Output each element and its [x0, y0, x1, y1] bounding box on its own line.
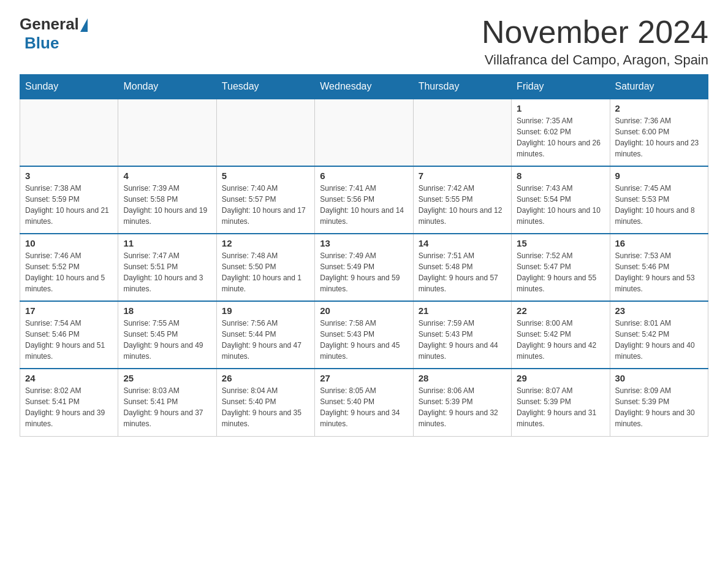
day-number: 23: [615, 305, 703, 316]
header-tuesday: Tuesday: [216, 75, 314, 99]
calendar-cell: [315, 99, 413, 166]
day-number: 16: [615, 238, 703, 248]
calendar-cell: 14Sunrise: 7:51 AM Sunset: 5:48 PM Dayli…: [413, 234, 511, 301]
calendar-cell: 17Sunrise: 7:54 AM Sunset: 5:46 PM Dayli…: [20, 301, 118, 369]
calendar-cell: 11Sunrise: 7:47 AM Sunset: 5:51 PM Dayli…: [118, 234, 216, 301]
day-number: 21: [419, 305, 506, 316]
day-number: 2: [615, 103, 703, 113]
subtitle: Villafranca del Campo, Aragon, Spain: [482, 52, 708, 68]
day-info: Sunrise: 7:58 AM Sunset: 5:43 PM Dayligh…: [320, 318, 408, 362]
day-info: Sunrise: 7:40 AM Sunset: 5:57 PM Dayligh…: [222, 183, 309, 227]
calendar-cell: 15Sunrise: 7:52 AM Sunset: 5:47 PM Dayli…: [512, 234, 610, 301]
day-info: Sunrise: 7:59 AM Sunset: 5:43 PM Dayligh…: [419, 318, 506, 362]
calendar-cell: 27Sunrise: 8:05 AM Sunset: 5:40 PM Dayli…: [315, 369, 413, 436]
day-info: Sunrise: 7:38 AM Sunset: 5:59 PM Dayligh…: [25, 183, 113, 227]
page-header: General Blue November 2024 Villafranca d…: [20, 15, 708, 68]
logo-general-text: General: [20, 15, 79, 34]
calendar-cell: 19Sunrise: 7:56 AM Sunset: 5:44 PM Dayli…: [216, 301, 314, 369]
calendar-cell: 24Sunrise: 8:02 AM Sunset: 5:41 PM Dayli…: [20, 369, 118, 436]
calendar-table: SundayMondayTuesdayWednesdayThursdayFrid…: [20, 74, 708, 437]
day-number: 30: [615, 373, 703, 383]
calendar-cell: 23Sunrise: 8:01 AM Sunset: 5:42 PM Dayli…: [610, 301, 708, 369]
calendar-cell: 22Sunrise: 8:00 AM Sunset: 5:42 PM Dayli…: [512, 301, 610, 369]
day-number: 5: [222, 170, 309, 181]
logo-triangle-icon: [80, 18, 88, 32]
day-number: 4: [123, 170, 211, 181]
main-title: November 2024: [482, 15, 708, 50]
calendar-week-row: 3Sunrise: 7:38 AM Sunset: 5:59 PM Daylig…: [20, 166, 708, 234]
calendar-cell: 13Sunrise: 7:49 AM Sunset: 5:49 PM Dayli…: [315, 234, 413, 301]
day-info: Sunrise: 8:09 AM Sunset: 5:39 PM Dayligh…: [615, 385, 703, 429]
calendar-cell: 26Sunrise: 8:04 AM Sunset: 5:40 PM Dayli…: [216, 369, 314, 436]
day-info: Sunrise: 7:43 AM Sunset: 5:54 PM Dayligh…: [517, 183, 604, 227]
day-info: Sunrise: 7:36 AM Sunset: 6:00 PM Dayligh…: [615, 115, 703, 159]
day-info: Sunrise: 7:42 AM Sunset: 5:55 PM Dayligh…: [419, 183, 506, 227]
calendar-cell: 5Sunrise: 7:40 AM Sunset: 5:57 PM Daylig…: [216, 166, 314, 234]
header-monday: Monday: [118, 75, 216, 99]
logo: General Blue: [20, 15, 88, 53]
calendar-cell: 12Sunrise: 7:48 AM Sunset: 5:50 PM Dayli…: [216, 234, 314, 301]
day-number: 25: [123, 373, 211, 383]
day-number: 27: [320, 373, 408, 383]
calendar-cell: 9Sunrise: 7:45 AM Sunset: 5:53 PM Daylig…: [610, 166, 708, 234]
day-info: Sunrise: 8:02 AM Sunset: 5:41 PM Dayligh…: [25, 385, 113, 429]
calendar-cell: 21Sunrise: 7:59 AM Sunset: 5:43 PM Dayli…: [413, 301, 511, 369]
day-info: Sunrise: 7:56 AM Sunset: 5:44 PM Dayligh…: [222, 318, 309, 362]
day-number: 12: [222, 238, 309, 248]
day-info: Sunrise: 8:03 AM Sunset: 5:41 PM Dayligh…: [123, 385, 211, 429]
day-number: 22: [517, 305, 604, 316]
calendar-cell: 4Sunrise: 7:39 AM Sunset: 5:58 PM Daylig…: [118, 166, 216, 234]
day-number: 28: [419, 373, 506, 383]
day-info: Sunrise: 7:51 AM Sunset: 5:48 PM Dayligh…: [419, 250, 506, 294]
calendar-cell: 1Sunrise: 7:35 AM Sunset: 6:02 PM Daylig…: [512, 99, 610, 166]
calendar-cell: [413, 99, 511, 166]
title-block: November 2024 Villafranca del Campo, Ara…: [482, 15, 708, 68]
day-number: 8: [517, 170, 604, 181]
calendar-cell: [20, 99, 118, 166]
calendar-cell: [216, 99, 314, 166]
day-info: Sunrise: 7:46 AM Sunset: 5:52 PM Dayligh…: [25, 250, 113, 294]
day-number: 18: [123, 305, 211, 316]
day-number: 1: [517, 103, 604, 113]
calendar-cell: 25Sunrise: 8:03 AM Sunset: 5:41 PM Dayli…: [118, 369, 216, 436]
calendar-header-row: SundayMondayTuesdayWednesdayThursdayFrid…: [20, 75, 708, 99]
calendar-cell: 6Sunrise: 7:41 AM Sunset: 5:56 PM Daylig…: [315, 166, 413, 234]
day-number: 14: [419, 238, 506, 248]
calendar-cell: [118, 99, 216, 166]
header-sunday: Sunday: [20, 75, 118, 99]
day-number: 26: [222, 373, 309, 383]
calendar-cell: 2Sunrise: 7:36 AM Sunset: 6:00 PM Daylig…: [610, 99, 708, 166]
calendar-cell: 18Sunrise: 7:55 AM Sunset: 5:45 PM Dayli…: [118, 301, 216, 369]
header-wednesday: Wednesday: [315, 75, 413, 99]
day-number: 19: [222, 305, 309, 316]
calendar-cell: 16Sunrise: 7:53 AM Sunset: 5:46 PM Dayli…: [610, 234, 708, 301]
day-number: 17: [25, 305, 113, 316]
calendar-cell: 30Sunrise: 8:09 AM Sunset: 5:39 PM Dayli…: [610, 369, 708, 436]
day-number: 7: [419, 170, 506, 181]
header-saturday: Saturday: [610, 75, 708, 99]
day-info: Sunrise: 8:00 AM Sunset: 5:42 PM Dayligh…: [517, 318, 604, 362]
calendar-cell: 7Sunrise: 7:42 AM Sunset: 5:55 PM Daylig…: [413, 166, 511, 234]
calendar-week-row: 17Sunrise: 7:54 AM Sunset: 5:46 PM Dayli…: [20, 301, 708, 369]
day-info: Sunrise: 7:35 AM Sunset: 6:02 PM Dayligh…: [517, 115, 604, 159]
calendar-cell: 29Sunrise: 8:07 AM Sunset: 5:39 PM Dayli…: [512, 369, 610, 436]
day-number: 3: [25, 170, 113, 181]
day-info: Sunrise: 7:39 AM Sunset: 5:58 PM Dayligh…: [123, 183, 211, 227]
day-number: 29: [517, 373, 604, 383]
day-number: 10: [25, 238, 113, 248]
day-number: 11: [123, 238, 211, 248]
day-number: 20: [320, 305, 408, 316]
calendar-week-row: 1Sunrise: 7:35 AM Sunset: 6:02 PM Daylig…: [20, 99, 708, 166]
day-info: Sunrise: 7:55 AM Sunset: 5:45 PM Dayligh…: [123, 318, 211, 362]
header-friday: Friday: [512, 75, 610, 99]
header-thursday: Thursday: [413, 75, 511, 99]
day-info: Sunrise: 8:07 AM Sunset: 5:39 PM Dayligh…: [517, 385, 604, 429]
day-info: Sunrise: 8:04 AM Sunset: 5:40 PM Dayligh…: [222, 385, 309, 429]
calendar-cell: 10Sunrise: 7:46 AM Sunset: 5:52 PM Dayli…: [20, 234, 118, 301]
day-info: Sunrise: 8:06 AM Sunset: 5:39 PM Dayligh…: [419, 385, 506, 429]
day-info: Sunrise: 7:48 AM Sunset: 5:50 PM Dayligh…: [222, 250, 309, 294]
calendar-week-row: 24Sunrise: 8:02 AM Sunset: 5:41 PM Dayli…: [20, 369, 708, 436]
calendar-cell: 8Sunrise: 7:43 AM Sunset: 5:54 PM Daylig…: [512, 166, 610, 234]
day-number: 13: [320, 238, 408, 248]
day-info: Sunrise: 7:53 AM Sunset: 5:46 PM Dayligh…: [615, 250, 703, 294]
